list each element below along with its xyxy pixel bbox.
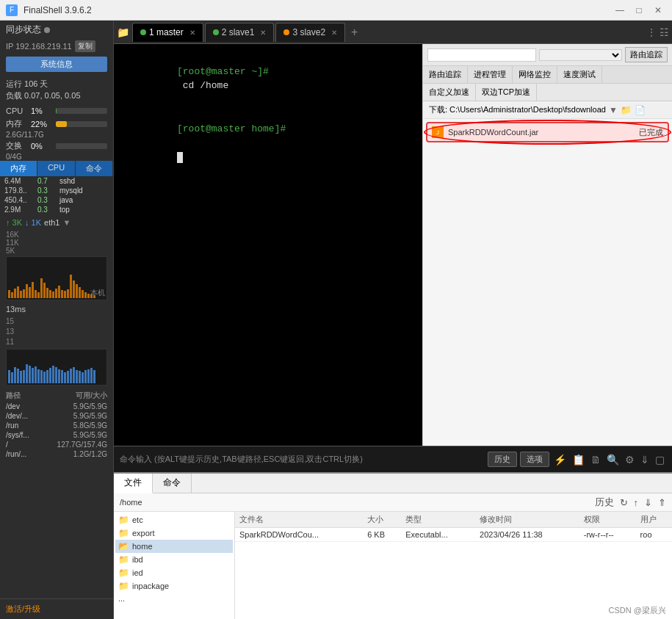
- fm-tree-etc[interactable]: 📁 etc: [115, 513, 233, 526]
- fm-tab-cmd[interactable]: 命令: [153, 474, 192, 493]
- ip-row: IP 192.168.219.11 复制: [0, 39, 113, 54]
- copy-icon[interactable]: 📋: [571, 452, 586, 467]
- lightning-icon[interactable]: ⚡: [552, 452, 568, 467]
- lat-bar: [90, 368, 93, 383]
- disk-row: /dev 5.9G/5.9G: [0, 402, 113, 411]
- rpanel-tab-route[interactable]: 路由追踪: [423, 66, 468, 83]
- fm-toolbar: /home 历史 ↻ ↑ ⇓ ⇑: [114, 493, 672, 512]
- net-bar: [84, 292, 87, 298]
- fm-tree-more[interactable]: ...: [115, 593, 233, 604]
- options-button[interactable]: 选项: [520, 452, 549, 467]
- path-refresh-icon[interactable]: 📄: [635, 105, 646, 115]
- lat-bar: [79, 371, 81, 383]
- rpanel-tab-tcp-acc[interactable]: 双边TCP加速: [476, 84, 537, 101]
- fm-file-row[interactable]: SparkRDDWordCou... 6 KB Executabl... 202…: [235, 528, 672, 542]
- close-button[interactable]: ✕: [650, 2, 666, 18]
- mem-label: 内存: [6, 118, 28, 129]
- rpanel-tab-custom-acc[interactable]: 自定义加速: [423, 84, 476, 101]
- cpu-stat: CPU 1%: [0, 105, 113, 117]
- lat-bar: [14, 367, 16, 383]
- tab-master[interactable]: 1 master ✕: [132, 23, 203, 42]
- proc-cmd-4: top: [59, 206, 109, 214]
- fm-tab-files[interactable]: 文件: [114, 474, 153, 493]
- disk-path-4: /sys/f...: [6, 431, 29, 439]
- download-path-bar: 下载: C:\Users\Administrator\Desktop\fsdow…: [423, 101, 672, 119]
- tab-label-slave2: 3 slave2: [292, 27, 325, 37]
- cmd-input-area[interactable]: 命令输入 (按ALT键提示历史,TAB键路径,ESC键返回,双击CTRL切换): [120, 454, 483, 465]
- settings-icon[interactable]: ⚙: [624, 452, 636, 467]
- col-size: 大小: [363, 512, 401, 528]
- disk-header-path: 路径: [6, 391, 21, 401]
- route-dropdown[interactable]: [539, 49, 622, 61]
- proc-cpu-1: 0.7: [37, 177, 59, 185]
- fm-tabs: 文件 命令: [114, 474, 672, 493]
- paste-icon[interactable]: 🗎: [589, 452, 602, 467]
- cpu-bar-fill: [56, 108, 57, 114]
- fm-upload-button[interactable]: ⇑: [658, 497, 666, 508]
- net-bar: [46, 288, 48, 298]
- fm-download-button[interactable]: ⇓: [644, 497, 652, 508]
- ip-label: IP 192.168.219.11: [6, 42, 72, 51]
- proc-tab-cpu[interactable]: CPU: [37, 161, 75, 176]
- main-layout: 同步状态 IP 192.168.219.11 复制 系统信息 运行 106 天 …: [0, 21, 672, 619]
- history-button[interactable]: 历史: [488, 452, 517, 467]
- download-icon[interactable]: ⇓: [639, 452, 651, 467]
- lat-bar: [87, 369, 90, 383]
- maximize-button[interactable]: □: [631, 2, 647, 18]
- rpanel-tab-network[interactable]: 网络监控: [513, 66, 557, 83]
- fm-tree-inpackage[interactable]: 📁 inpackage: [115, 579, 233, 593]
- tab-close-master[interactable]: ✕: [189, 29, 195, 37]
- route-input[interactable]: [427, 48, 536, 62]
- terminal-cmd-2: [177, 137, 183, 148]
- proc-tab-mem[interactable]: 内存: [0, 161, 37, 176]
- mem-stat: 内存 22%: [0, 117, 113, 131]
- search-icon[interactable]: 🔍: [605, 452, 621, 467]
- acc-tabs: 自定义加速 双边TCP加速: [423, 84, 672, 101]
- fm-history-button[interactable]: 历史: [595, 496, 614, 509]
- rpanel-tab-speed[interactable]: 速度测试: [557, 66, 602, 83]
- lat-bar: [61, 370, 63, 383]
- copy-ip-button[interactable]: 复制: [75, 40, 95, 52]
- net-stats: ↑ 3K ↓ 1K eth1 ▼: [0, 214, 113, 231]
- fm-refresh-button[interactable]: ↻: [620, 497, 628, 508]
- activate-button[interactable]: 激活/升级: [6, 604, 40, 613]
- right-panel-tabs: 路由追踪 进程管理 网络监控 速度测试: [423, 66, 672, 84]
- proc-cpu-4: 0.3: [37, 206, 59, 214]
- network-chart: 本机: [6, 256, 107, 300]
- tab-close-slave1[interactable]: ✕: [260, 29, 266, 37]
- fm-tree-ied[interactable]: 📁 ied: [115, 566, 233, 579]
- sysinfo-button[interactable]: 系统信息: [6, 57, 107, 72]
- tab-add-button[interactable]: +: [347, 26, 362, 39]
- status-dot: [44, 27, 50, 33]
- rpanel-tab-process[interactable]: 进程管理: [468, 66, 513, 83]
- latency-ms: 13ms: [6, 305, 26, 314]
- terminal-line-1: [root@master ~]# cd /home: [120, 50, 416, 107]
- fm-tree-home-label: home: [132, 542, 153, 551]
- fm-tree-ibd[interactable]: 📁 ibd: [115, 553, 233, 566]
- net-bar: [61, 290, 63, 298]
- terminal-icon[interactable]: ▢: [654, 452, 666, 467]
- load-avg: 负载 0.07, 0.05, 0.05: [6, 90, 107, 101]
- fm-tree-home[interactable]: 📂 home: [115, 540, 233, 553]
- tab-close-slave2[interactable]: ✕: [331, 29, 337, 37]
- route-trace-button[interactable]: 路由追踪: [625, 47, 668, 62]
- grid-icon[interactable]: ⋮: [646, 26, 657, 38]
- proc-cmd-2: mysqld: [59, 187, 109, 195]
- proc-cpu-2: 0.3: [37, 187, 59, 195]
- right-panel: 路由追踪 路由追踪 进程管理 网络监控 速度测试 自定义加速 双边TCP加速 下…: [422, 44, 672, 446]
- fm-tree-export[interactable]: 📁 export: [115, 526, 233, 540]
- proc-cpu-3: 0.3: [37, 196, 59, 204]
- fm-up-button[interactable]: ↑: [634, 497, 639, 508]
- minimize-button[interactable]: —: [612, 2, 628, 18]
- tab-slave1[interactable]: 2 slave1 ✕: [205, 23, 275, 42]
- layout-icon[interactable]: ☷: [660, 26, 669, 38]
- path-folder-icon[interactable]: 📁: [621, 105, 632, 115]
- proc-tab-cmd[interactable]: 命令: [76, 161, 113, 176]
- tab-slave2[interactable]: 3 slave2 ✕: [275, 23, 345, 42]
- proc-tabs: 内存 CPU 命令: [0, 161, 113, 176]
- path-dropdown-icon[interactable]: ▼: [609, 105, 618, 115]
- lat-bar: [11, 372, 13, 383]
- jar-file-icon: J: [432, 126, 444, 138]
- file-name-cell: SparkRDDWordCou...: [235, 528, 363, 542]
- terminal[interactable]: [root@master ~]# cd /home [root@master h…: [114, 44, 422, 446]
